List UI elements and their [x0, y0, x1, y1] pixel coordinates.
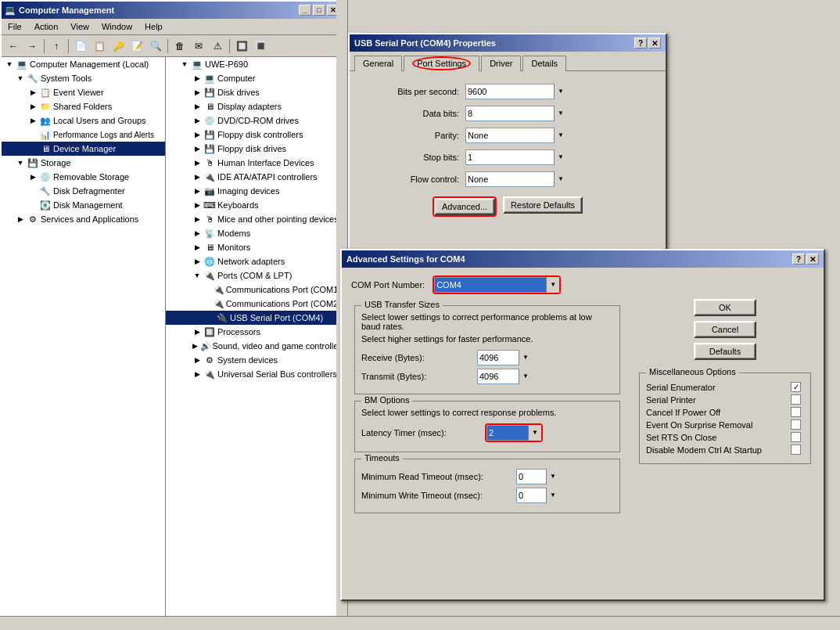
dev-com2[interactable]: 🔌 Communications Port (COM2) [166, 297, 343, 311]
tree-shared-folders[interactable]: ▶ 📁 Shared Folders [2, 99, 165, 113]
tree-removable[interactable]: ▶ 💿 Removable Storage [2, 170, 165, 184]
dev-diskdrives[interactable]: ▶ 💾 Disk drives [166, 85, 343, 99]
dev-computer[interactable]: ▶ 💻 Computer [166, 71, 343, 85]
minimize-button[interactable]: _ [299, 5, 311, 16]
fc-select[interactable]: None [465, 171, 567, 187]
dev-network[interactable]: ▶ 🌐 Network adapters [166, 254, 343, 268]
misc-check-1[interactable] [791, 394, 801, 405]
tree-label-pl: Performance Logs and Alerts [53, 131, 154, 139]
adv-close-button[interactable]: ✕ [806, 254, 819, 265]
tree-storage[interactable]: ▼ 💾 Storage [2, 156, 165, 170]
tree-disk-mgmt[interactable]: 💽 Disk Management [2, 198, 165, 212]
dev-system[interactable]: ▶ ⚙ System devices [166, 353, 343, 367]
toolbar-back[interactable]: ← [5, 38, 22, 55]
tree-performance[interactable]: 📊 Performance Logs and Alerts [2, 128, 165, 142]
toolbar-btn10[interactable]: 🔳 [252, 38, 269, 55]
tree-event-viewer[interactable]: ▶ 📋 Event Viewer [2, 85, 165, 99]
receive-select-wrapper: 4096 [477, 350, 532, 365]
sb-label: Stop bits: [365, 153, 459, 162]
dev-keyboards[interactable]: ▶ ⌨ Keyboards [166, 198, 343, 212]
toolbar-btn8[interactable]: ⚠ [209, 38, 226, 55]
misc-check-4[interactable] [791, 432, 801, 442]
com-port-select[interactable]: COM4 COM1 COM2 COM3 [434, 277, 559, 293]
adv-left-content: USB Transfer Sizes Select lower settings… [348, 299, 626, 520]
tree-system-tools[interactable]: ▼ 🔧 System Tools [2, 71, 165, 85]
transmit-select[interactable]: 4096 [477, 369, 532, 384]
dev-floppy-drives[interactable]: ▶ 💾 Floppy disk drives [166, 142, 343, 156]
dev-monitors[interactable]: ▶ 🖥 Monitors [166, 240, 343, 254]
dev-mice[interactable]: ▶ 🖱 Mice and other pointing devices [166, 212, 343, 226]
toolbar-forward[interactable]: → [23, 38, 41, 55]
toolbar-up[interactable]: ↑ [48, 38, 65, 55]
adv-help-button[interactable]: ? [792, 254, 805, 265]
menu-action[interactable]: Action [28, 20, 65, 33]
dev-dvd[interactable]: ▶ 💿 DVD/CD-ROM drives [166, 113, 343, 128]
sb-select[interactable]: 1 [465, 149, 567, 165]
tab-details[interactable]: Details [522, 56, 566, 71]
tree-label-stor: Storage [41, 158, 71, 167]
misc-check-3[interactable] [791, 419, 801, 430]
min-read-select[interactable]: 0 [516, 469, 559, 484]
computer-icon: 💻 [16, 58, 28, 70]
dev-floppy-ctrl[interactable]: ▶ 💾 Floppy disk controllers [166, 128, 343, 142]
maximize-button[interactable]: □ [313, 5, 325, 16]
tab-general[interactable]: General [354, 56, 402, 71]
toolbar-btn3[interactable]: 🔑 [109, 38, 127, 55]
ok-button[interactable]: OK [694, 299, 756, 316]
toolbar: ← → ↑ 📄 📋 🔑 📝 🔍 🗑 ✉ ⚠ 🔲 🔳 [2, 35, 343, 57]
dev-imaging[interactable]: ▶ 📷 Imaging devices [166, 184, 343, 198]
bps-select[interactable]: 9600 [465, 84, 567, 99]
device-root[interactable]: ▼ 💻 UWE-P690 [166, 57, 343, 71]
db-select[interactable]: 8 [465, 106, 567, 121]
dev-ide[interactable]: ▶ 🔌 IDE ATA/ATAPI controllers [166, 170, 343, 184]
menu-bar: File Action View Window Help [2, 19, 343, 35]
cancel-button[interactable]: Cancel [694, 321, 756, 338]
menu-window[interactable]: Window [95, 20, 138, 33]
usb-dialog-btns: ? ✕ [634, 38, 661, 49]
toolbar-btn5[interactable]: 🔍 [147, 38, 164, 55]
dev-usb[interactable]: ▶ 🔌 Universal Serial Bus controllers [166, 367, 343, 381]
toolbar-btn9[interactable]: 🔲 [233, 38, 250, 55]
tab-driver[interactable]: Driver [481, 56, 521, 71]
dev-display[interactable]: ▶ 🖥 Display adapters [166, 99, 343, 113]
tree-defrag[interactable]: 🔧 Disk Defragmenter [2, 184, 165, 198]
ide-icon: 🔌 [203, 171, 216, 183]
misc-check-5[interactable] [791, 445, 801, 455]
expand-icon [27, 128, 39, 141]
misc-check-2[interactable] [791, 407, 801, 417]
tree-device-manager[interactable]: 🖥 Device Manager [2, 142, 165, 156]
dev-ports[interactable]: ▼ 🔌 Ports (COM & LPT) [166, 268, 343, 283]
usb-close-button[interactable]: ✕ [648, 38, 661, 49]
advanced-button[interactable]: Advanced... [434, 198, 495, 215]
tree-label-sf: Shared Folders [53, 102, 112, 111]
toolbar-btn4[interactable]: 📝 [128, 38, 145, 55]
menu-file[interactable]: File [2, 20, 28, 33]
misc-check-0[interactable] [791, 382, 801, 392]
dev-com1[interactable]: 🔌 Communications Port (COM1) [166, 283, 343, 297]
tree-services[interactable]: ▶ ⚙ Services and Applications [2, 212, 165, 226]
tree-local-users[interactable]: ▶ 👥 Local Users and Groups [2, 113, 165, 128]
toolbar-btn2[interactable]: 📋 [91, 38, 108, 55]
tab-port-settings[interactable]: Port Settings [404, 56, 479, 71]
expand-icon: ▼ [191, 269, 203, 282]
dev-sound[interactable]: ▶ 🔊 Sound, video and game controller [166, 339, 343, 353]
receive-select[interactable]: 4096 [477, 350, 532, 365]
defaults-button[interactable]: Defaults [694, 343, 756, 360]
usb-help-button[interactable]: ? [634, 38, 647, 49]
dev-modems[interactable]: ▶ 📡 Modems [166, 226, 343, 240]
toolbar-btn6[interactable]: 🗑 [171, 38, 188, 55]
parity-select[interactable]: None [465, 128, 567, 143]
dev-processors[interactable]: ▶ 🔲 Processors [166, 325, 343, 339]
menu-help[interactable]: Help [138, 20, 169, 33]
misc-label-5: Disable Modem Ctrl At Startup [646, 445, 791, 455]
latency-select[interactable]: 2 [486, 425, 541, 441]
restore-defaults-button[interactable]: Restore Defaults [503, 196, 583, 214]
min-write-select[interactable]: 0 [516, 488, 559, 503]
dev-hid[interactable]: ▶ 🖱 Human Interface Devices [166, 156, 343, 170]
toolbar-btn7[interactable]: ✉ [190, 38, 207, 55]
adv-right-content: OK Cancel Defaults Miscellaneous Options… [633, 299, 817, 520]
dev-com4[interactable]: 🔌 USB Serial Port (COM4) [166, 311, 343, 325]
menu-view[interactable]: View [64, 20, 95, 33]
toolbar-btn1[interactable]: 📄 [72, 38, 89, 55]
tree-computer-management[interactable]: ▼ 💻 Computer Management (Local) [2, 57, 165, 71]
